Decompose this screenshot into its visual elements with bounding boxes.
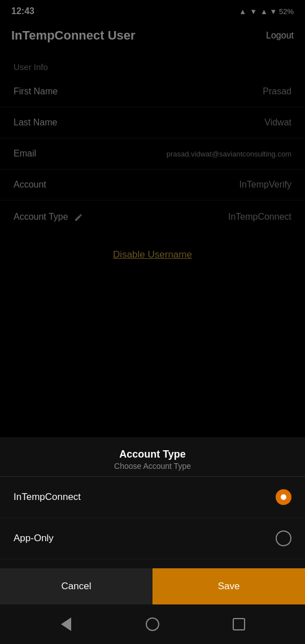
- radio-inner-intempconnect: [281, 494, 286, 500]
- option-app-only[interactable]: App-Only: [0, 518, 305, 559]
- option-intempconnect[interactable]: InTempConnect: [0, 477, 305, 518]
- nav-bar: [0, 604, 305, 644]
- bottom-sheet-title: Account Type: [11, 449, 294, 460]
- back-icon: [61, 617, 71, 631]
- cancel-button[interactable]: Cancel: [0, 568, 152, 604]
- bottom-sheet-subtitle: Choose Account Type: [11, 462, 294, 471]
- radio-app-only[interactable]: [276, 530, 291, 546]
- nav-recents-button[interactable]: [230, 616, 247, 633]
- action-buttons: Cancel Save: [0, 568, 305, 604]
- radio-intempconnect[interactable]: [276, 489, 291, 505]
- option-app-only-label: App-Only: [14, 533, 54, 544]
- bottom-sheet-header: Account Type Choose Account Type: [0, 437, 305, 477]
- option-intempconnect-label: InTempConnect: [14, 491, 81, 503]
- nav-back-button[interactable]: [58, 616, 75, 633]
- recents-icon: [233, 618, 245, 630]
- nav-home-button[interactable]: [144, 616, 161, 633]
- home-icon: [146, 617, 159, 631]
- save-button[interactable]: Save: [152, 568, 305, 604]
